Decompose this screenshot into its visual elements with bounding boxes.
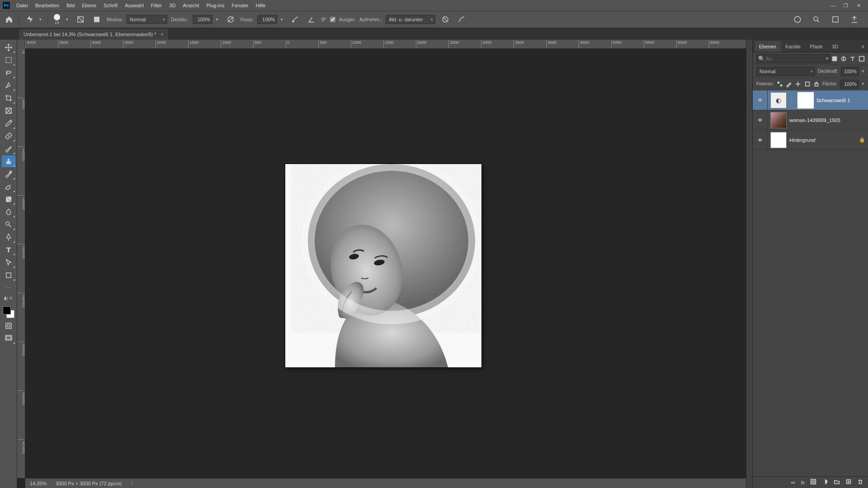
- layer-thumb-adjustment-icon[interactable]: ◐: [770, 92, 787, 108]
- screen-mode-icon[interactable]: [2, 333, 15, 344]
- layer-search-input[interactable]: [756, 54, 830, 63]
- tool-extras-icon[interactable]: ◧ ↺: [2, 295, 15, 302]
- share-icon[interactable]: [848, 13, 861, 26]
- layer-opacity-input[interactable]: 100%: [841, 67, 859, 76]
- visibility-toggle-icon[interactable]: 👁: [755, 117, 764, 123]
- filter-pixel-icon[interactable]: [831, 55, 838, 62]
- new-layer-icon[interactable]: [845, 479, 852, 486]
- flow-input[interactable]: 100%: [257, 15, 277, 24]
- menu-hilfe[interactable]: Hilfe: [252, 0, 269, 11]
- canvas[interactable]: [25, 49, 746, 478]
- layer-mask-thumb[interactable]: [797, 92, 814, 108]
- menu-bild[interactable]: Bild: [63, 0, 78, 11]
- lock-icon[interactable]: 🔒: [859, 137, 865, 143]
- more-tools-icon[interactable]: ⋯: [2, 282, 15, 294]
- layer-blendmode-dropdown[interactable]: Normal: [756, 67, 815, 76]
- lock-artboard-icon[interactable]: [804, 80, 810, 88]
- menu-fenster[interactable]: Fenster: [228, 0, 252, 11]
- filter-type-icon[interactable]: [849, 55, 856, 62]
- layer-name[interactable]: woman-1439909_1920: [789, 117, 865, 123]
- quick-select-tool[interactable]: [2, 80, 15, 91]
- brush-settings-toggle-icon[interactable]: [74, 13, 87, 26]
- sample-dropdown[interactable]: Akt. u. darunter: [386, 15, 435, 24]
- visibility-toggle-icon[interactable]: 👁: [755, 137, 764, 143]
- status-zoom[interactable]: 14,35%: [30, 481, 47, 486]
- filter-shape-icon[interactable]: [859, 55, 865, 62]
- cloud-docs-icon[interactable]: [791, 13, 804, 26]
- menu-filter[interactable]: Filter: [147, 0, 165, 11]
- foreground-swatch[interactable]: [3, 306, 11, 314]
- lock-paint-icon[interactable]: [786, 80, 792, 88]
- window-close-icon[interactable]: ✕: [855, 3, 862, 9]
- layer-name[interactable]: Schwarzweiß 1: [816, 98, 865, 103]
- brush-panel-icon[interactable]: [90, 13, 103, 26]
- close-tab-icon[interactable]: ×: [161, 32, 164, 37]
- ruler-horizontal[interactable]: 4000350030002500200015001000500050010001…: [25, 40, 746, 49]
- move-tool[interactable]: [2, 42, 15, 53]
- link-layers-icon[interactable]: ⇔: [791, 479, 795, 486]
- gradient-tool[interactable]: [2, 193, 15, 205]
- pen-tool[interactable]: [2, 231, 15, 243]
- pressure-size-icon[interactable]: [455, 13, 468, 26]
- new-group-icon[interactable]: [834, 479, 840, 486]
- chevron-down-icon[interactable]: ▾: [216, 17, 221, 22]
- lock-position-icon[interactable]: [795, 80, 801, 88]
- add-mask-icon[interactable]: [810, 479, 816, 486]
- lock-transparent-icon[interactable]: [776, 80, 783, 88]
- layer-row[interactable]: 👁 Hintergrund 🔒: [753, 130, 868, 150]
- tab-pfade[interactable]: Pfade: [805, 41, 827, 52]
- eyedropper-tool[interactable]: [2, 117, 15, 129]
- arrange-docs-icon[interactable]: [829, 13, 842, 26]
- layer-row[interactable]: 👁 woman-1439909_1920: [753, 110, 868, 130]
- lasso-tool[interactable]: [2, 67, 15, 79]
- heal-tool[interactable]: [2, 130, 15, 142]
- clone-stamp-tool[interactable]: [2, 155, 15, 167]
- layer-row[interactable]: 👁 ◐ ⋮ Schwarzweiß 1: [753, 90, 868, 110]
- document-tab[interactable]: Unbenannt-1 bei 14,3% (Schwarzweiß 1, Eb…: [19, 29, 168, 40]
- blur-tool[interactable]: [2, 206, 15, 218]
- layer-name[interactable]: Hintergrund: [789, 137, 856, 143]
- ruler-origin[interactable]: [17, 40, 25, 49]
- color-swatches[interactable]: [2, 305, 15, 319]
- chevron-down-icon[interactable]: ▾: [281, 17, 285, 22]
- aligned-checkbox[interactable]: [330, 17, 335, 22]
- layer-thumb[interactable]: [770, 132, 787, 148]
- visibility-toggle-icon[interactable]: 👁: [755, 98, 764, 103]
- filter-adjust-icon[interactable]: [840, 55, 847, 62]
- ruler-vertical[interactable]: 05001000150020002500300035004000: [17, 49, 25, 478]
- dodge-tool[interactable]: [2, 219, 15, 230]
- brush-angle-value[interactable]: 0°: [321, 17, 326, 22]
- collapsed-dock-strip[interactable]: [746, 40, 752, 488]
- brush-preview[interactable]: 19: [52, 14, 62, 25]
- new-adjustment-icon[interactable]: [822, 479, 828, 486]
- status-docinfo[interactable]: 3000 Px × 3000 Px (72 ppcm): [56, 481, 122, 486]
- mask-link-icon[interactable]: ⋮: [789, 98, 795, 103]
- history-brush-tool[interactable]: [2, 168, 15, 180]
- menu-datei[interactable]: Datei: [13, 0, 32, 11]
- frame-tool[interactable]: [2, 105, 15, 117]
- type-tool[interactable]: [2, 244, 15, 256]
- airbrush-icon[interactable]: [289, 13, 302, 26]
- tool-preset-icon[interactable]: [23, 13, 36, 26]
- home-icon[interactable]: [3, 13, 15, 26]
- menu-ansicht[interactable]: Ansicht: [179, 0, 203, 11]
- chevron-down-icon[interactable]: ▾: [66, 17, 71, 22]
- window-minimize-icon[interactable]: —: [830, 3, 836, 9]
- menu-auswahl[interactable]: Auswahl: [121, 0, 147, 11]
- menu-ebene[interactable]: Ebene: [78, 0, 100, 11]
- menu-plugins[interactable]: Plug-ins: [203, 0, 228, 11]
- menu-3d[interactable]: 3D: [165, 0, 179, 11]
- ignore-adjustment-icon[interactable]: [439, 13, 452, 26]
- path-select-tool[interactable]: [2, 257, 15, 268]
- pressure-opacity-icon[interactable]: [224, 13, 237, 26]
- blend-mode-dropdown[interactable]: Normal: [127, 15, 167, 24]
- window-restore-icon[interactable]: ❐: [843, 3, 849, 9]
- eraser-tool[interactable]: [2, 181, 15, 192]
- tab-kanaele[interactable]: Kanäle: [781, 41, 805, 52]
- brush-tool[interactable]: [2, 143, 15, 155]
- opacity-input[interactable]: 100%: [193, 15, 212, 24]
- layer-fill-input[interactable]: 100%: [840, 80, 859, 89]
- menu-bearbeiten[interactable]: Bearbeiten: [32, 0, 63, 11]
- layer-thumb[interactable]: [770, 112, 787, 128]
- tab-3d[interactable]: 3D: [827, 41, 843, 52]
